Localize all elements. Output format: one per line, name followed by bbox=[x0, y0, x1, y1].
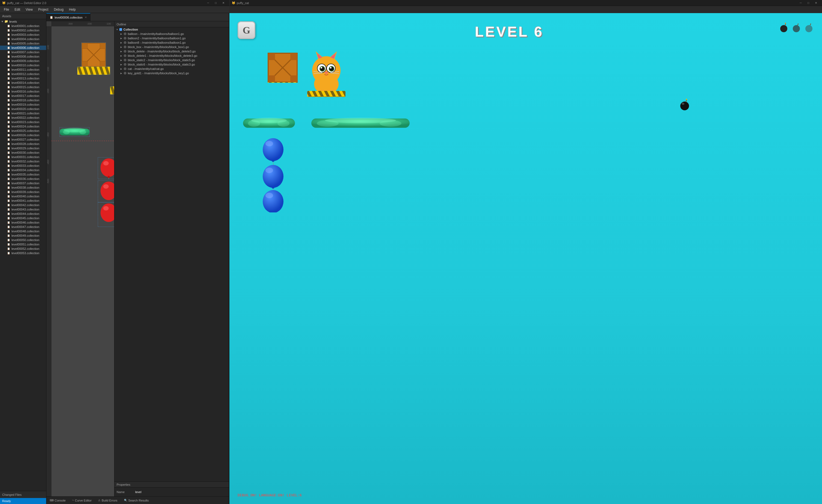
svg-point-124 bbox=[278, 120, 290, 127]
asset-item-25[interactable]: 📋level00025.collection bbox=[0, 129, 46, 133]
game-minimize-btn[interactable]: ─ bbox=[797, 0, 805, 6]
tab-close-btn[interactable]: ✕ bbox=[85, 16, 87, 19]
asset-item-1[interactable]: 📋level00001.collection bbox=[0, 24, 46, 28]
asset-item-24[interactable]: 📋level00024.collection bbox=[0, 124, 46, 129]
outline-item-10[interactable]: ▶key_gold1 - /main/entity/blocks/block_k… bbox=[114, 71, 229, 75]
g-button[interactable]: G bbox=[238, 21, 255, 39]
canvas-work-area[interactable] bbox=[51, 26, 114, 496]
asset-item-19[interactable]: 📋level00019.collection bbox=[0, 102, 46, 107]
ruler-horizontal: -300 -200 -100 0 100 200 300 bbox=[51, 21, 114, 26]
outline-item-8[interactable]: ▶block_static6 - /main/entity/blocks/blo… bbox=[114, 62, 229, 67]
asset-item-13[interactable]: 📋level00013.collection bbox=[0, 76, 46, 80]
asset-item-32[interactable]: 📋level00032.collection bbox=[0, 159, 46, 163]
levels-folder[interactable]: ▼ 📁 levels bbox=[0, 19, 46, 24]
game-close-btn[interactable]: ✕ bbox=[812, 0, 820, 6]
menu-help[interactable]: Help bbox=[66, 6, 79, 13]
balloon-object-2[interactable] bbox=[98, 180, 114, 202]
asset-item-53[interactable]: 📋level00053.collection bbox=[0, 251, 46, 255]
bottom-tab-console[interactable]: ⌨Console bbox=[46, 497, 69, 504]
asset-item-40[interactable]: 📋level00040.collection bbox=[0, 194, 46, 198]
asset-item-7[interactable]: 📋level00007.collection bbox=[0, 50, 46, 54]
asset-item-42[interactable]: 📋level00042.collection bbox=[0, 203, 46, 207]
block-static6-left[interactable] bbox=[59, 127, 90, 137]
menu-file[interactable]: File bbox=[1, 6, 12, 13]
outline-item-9[interactable]: ▶cat - /main/entity/cat/cat.go bbox=[114, 67, 229, 71]
asset-item-39[interactable]: 📋level00039.collection bbox=[0, 190, 46, 194]
asset-item-48[interactable]: 📋level00048.collection bbox=[0, 229, 46, 233]
balloon-object-1[interactable] bbox=[98, 157, 114, 179]
asset-item-2[interactable]: 📋level00002.collection bbox=[0, 28, 46, 32]
asset-item-36[interactable]: 📋level00036.collection bbox=[0, 177, 46, 181]
asset-item-31[interactable]: 📋level00031.collection bbox=[0, 155, 46, 159]
menu-debug[interactable]: Debug bbox=[51, 6, 66, 13]
menu-edit[interactable]: Edit bbox=[12, 6, 23, 13]
menu-project[interactable]: Project bbox=[35, 6, 51, 13]
asset-item-3[interactable]: 📋level00003.collection bbox=[0, 32, 46, 37]
outline-item-1[interactable]: ▶balloon - /main/entity/balloons/balloon… bbox=[114, 32, 229, 36]
asset-item-4[interactable]: 📋level00004.collection bbox=[0, 37, 46, 41]
asset-item-22[interactable]: 📋level00022.collection bbox=[0, 115, 46, 120]
asset-item-12[interactable]: 📋level00012.collection bbox=[0, 72, 46, 76]
asset-item-35[interactable]: 📋level00035.collection bbox=[0, 172, 46, 177]
asset-item-29[interactable]: 📋level00029.collection bbox=[0, 146, 46, 150]
asset-item-10[interactable]: 📋level00010.collection bbox=[0, 63, 46, 67]
maximize-btn[interactable]: □ bbox=[212, 0, 220, 6]
collection-icon: 📋 bbox=[7, 155, 10, 159]
asset-item-41[interactable]: 📋level00041.collection bbox=[0, 198, 46, 203]
svg-point-127 bbox=[317, 120, 339, 127]
outline-item-4[interactable]: ▶block_box - /main/entity/blocks/block_b… bbox=[114, 45, 229, 49]
asset-item-9[interactable]: 📋level00009.collection bbox=[0, 59, 46, 63]
asset-item-23[interactable]: 📋level00023.collection bbox=[0, 120, 46, 124]
editor-tab[interactable]: 📋 level00006.collection ✕ bbox=[46, 13, 90, 21]
editor-canvas[interactable]: -300 -200 -100 0 100 200 300 bbox=[46, 21, 114, 496]
asset-item-37[interactable]: 📋level00037.collection bbox=[0, 181, 46, 185]
outline-item-7[interactable]: ▶block_static2 - /main/entity/blocks/blo… bbox=[114, 58, 229, 62]
asset-item-52[interactable]: 📋level00052.collection bbox=[0, 246, 46, 251]
outline-item-3[interactable]: ▶balloon8 - /main/entity/balloons/balloo… bbox=[114, 40, 229, 45]
asset-item-21[interactable]: 📋level00021.collection bbox=[0, 111, 46, 115]
outline-item-5[interactable]: ▶block_delete - /main/entity/blocks/bloc… bbox=[114, 49, 229, 53]
game-maximize-btn[interactable]: □ bbox=[805, 0, 812, 6]
asset-item-15[interactable]: 📋level00015.collection bbox=[0, 85, 46, 89]
asset-item-20[interactable]: 📋level00020.collection bbox=[0, 107, 46, 111]
balloon-object-3[interactable] bbox=[98, 202, 114, 227]
block-static2-object[interactable] bbox=[110, 86, 114, 94]
asset-item-8[interactable]: 📋level00008.collection bbox=[0, 54, 46, 59]
asset-item-17[interactable]: 📋level00017.collection bbox=[0, 94, 46, 98]
asset-item-49[interactable]: 📋level00049.collection bbox=[0, 233, 46, 238]
block-box-object[interactable] bbox=[81, 43, 106, 67]
asset-item-47[interactable]: 📋level00047.collection bbox=[0, 225, 46, 229]
asset-item-6[interactable]: 📋level00006.collection bbox=[0, 46, 46, 50]
outline-item-0[interactable]: ▼Collection bbox=[114, 27, 229, 32]
asset-item-14[interactable]: 📋level00014.collection bbox=[0, 80, 46, 85]
asset-item-38[interactable]: 📋level00038.collection bbox=[0, 185, 46, 190]
asset-item-45[interactable]: 📋level00045.collection bbox=[0, 216, 46, 220]
asset-item-50[interactable]: 📋level00050.collection bbox=[0, 238, 46, 242]
outline-item-2[interactable]: ▶balloon2 - /main/entity/balloons/balloo… bbox=[114, 36, 229, 40]
asset-item-51[interactable]: 📋level00051.collection bbox=[0, 242, 46, 246]
block-delete-object[interactable] bbox=[77, 67, 110, 75]
asset-item-11[interactable]: 📋level00011.collection bbox=[0, 67, 46, 72]
close-btn[interactable]: ✕ bbox=[220, 0, 227, 6]
asset-item-16[interactable]: 📋level00016.collection bbox=[0, 89, 46, 94]
asset-item-43[interactable]: 📋level00043.collection bbox=[0, 207, 46, 211]
asset-item-44[interactable]: 📋level00044.collection bbox=[0, 211, 46, 216]
bottom-tab-curve-editor[interactable]: ~Curve Editor bbox=[69, 497, 95, 504]
menu-view[interactable]: View bbox=[23, 6, 35, 13]
bottom-tab-build-errors[interactable]: ⚠Build Errors bbox=[95, 497, 120, 504]
bottom-tab-search-results[interactable]: 🔍Search Results bbox=[121, 497, 152, 504]
collection-icon: 📋 bbox=[7, 72, 10, 76]
asset-item-30[interactable]: 📋level00030.collection bbox=[0, 150, 46, 155]
asset-item-5[interactable]: 📋level00005.collection bbox=[0, 41, 46, 46]
asset-item-33[interactable]: 📋level00033.collection bbox=[0, 163, 46, 168]
asset-item-34[interactable]: 📋level00034.collection bbox=[0, 168, 46, 172]
minimize-btn[interactable]: ─ bbox=[204, 0, 212, 6]
svg-point-79 bbox=[103, 206, 109, 210]
asset-item-18[interactable]: 📋level00018.collection bbox=[0, 98, 46, 102]
asset-item-27[interactable]: 📋level00027.collection bbox=[0, 137, 46, 142]
outline-item-6[interactable]: ▶block_delete1 - /main/entity/blocks/blo… bbox=[114, 53, 229, 58]
svg-point-82 bbox=[785, 23, 786, 24]
asset-item-46[interactable]: 📋level00046.collection bbox=[0, 220, 46, 225]
asset-item-28[interactable]: 📋level00028.collection bbox=[0, 142, 46, 146]
asset-item-26[interactable]: 📋level00026.collection bbox=[0, 133, 46, 137]
